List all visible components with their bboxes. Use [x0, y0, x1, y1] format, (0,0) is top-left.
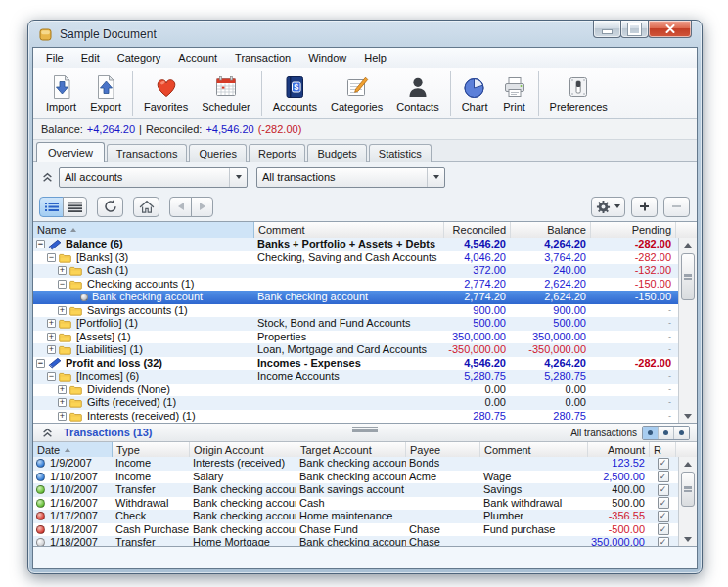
reconciled-checkbox[interactable]: ✓ [658, 511, 669, 522]
tree-scrollbar[interactable] [678, 238, 697, 423]
back-button[interactable] [169, 197, 192, 217]
close-button[interactable] [648, 21, 692, 38]
tree-row[interactable]: +Interests (received) (1)280.75280.75- [33, 410, 678, 424]
toolbar-import-button[interactable]: Import [39, 72, 83, 114]
reconciled-checkbox[interactable]: ✓ [658, 537, 669, 546]
toolbar-export-button[interactable]: Export [83, 72, 128, 114]
scroll-down-button[interactable] [679, 409, 697, 423]
remove-button[interactable] [663, 197, 690, 217]
tree-row[interactable]: −Checking accounts (1)2,774.202,624.20-1… [33, 278, 678, 292]
expander-plus-icon[interactable]: + [47, 345, 56, 354]
reconciled-checkbox[interactable]: ✓ [658, 471, 669, 482]
expander-plus-icon[interactable]: + [58, 398, 67, 407]
tree-row[interactable]: −Profit and loss (32)Incomes - Expenses4… [33, 357, 678, 371]
menu-item-edit[interactable]: Edit [72, 50, 109, 66]
scroll-up-button[interactable] [679, 457, 697, 471]
expander-plus-icon[interactable]: + [58, 306, 67, 315]
tree-header-name[interactable]: Name [33, 222, 254, 238]
tree-row[interactable]: +[Liabilities] (1)Loan, Mortgage and Car… [33, 343, 678, 357]
toolbar-preferences-button[interactable]: Preferences [543, 72, 614, 114]
transactions-header-amount[interactable]: Amount [588, 442, 650, 457]
tab-queries[interactable]: Queries [189, 144, 247, 162]
toolbar-favorites-button[interactable]: Favorites [137, 72, 195, 114]
expander-plus-icon[interactable]: + [47, 319, 56, 328]
menu-item-transaction[interactable]: Transaction [226, 50, 299, 66]
tree-view-button[interactable] [39, 197, 64, 217]
expander-minus-icon[interactable]: − [58, 280, 67, 289]
maximize-button[interactable] [620, 21, 649, 38]
expander-plus-icon[interactable]: + [58, 266, 67, 275]
menu-item-category[interactable]: Category [109, 50, 170, 66]
toolbar-contacts-button[interactable]: Contacts [389, 72, 445, 114]
add-button[interactable] [631, 197, 658, 217]
tree-row[interactable]: +[Portfolio] (1)Stock, Bond and Fund Acc… [33, 317, 678, 331]
expander-plus-icon[interactable]: + [58, 412, 67, 421]
reconciled-checkbox[interactable]: ✓ [658, 523, 669, 535]
tab-reports[interactable]: Reports [249, 144, 306, 162]
accounts-dropdown[interactable]: All accounts [59, 167, 248, 188]
home-button[interactable] [133, 197, 159, 217]
transactions-header-r[interactable]: R [650, 442, 676, 457]
tree-row[interactable]: +Savings accounts (1)900.00900.00- [33, 304, 678, 318]
transaction-row[interactable]: 1/16/2007WithdrawalBank checking account… [33, 497, 678, 511]
tree-row[interactable]: −[Banks] (3)Checking, Saving and Cash Ac… [33, 251, 678, 265]
tab-overview[interactable]: Overview [36, 142, 105, 162]
menu-item-file[interactable]: File [37, 50, 72, 66]
transactions-header-payee[interactable]: Payee [406, 442, 480, 457]
transaction-row[interactable]: 1/18/2007Cash PurchaseBank checking acco… [33, 523, 678, 537]
tree-header-reconciled[interactable]: Reconciled [444, 222, 511, 238]
expander-plus-icon[interactable]: + [47, 333, 56, 341]
toolbar-accounts-button[interactable]: $Accounts [266, 72, 324, 114]
scroll-down-button[interactable] [679, 532, 697, 546]
filter-all-button[interactable] [643, 427, 658, 439]
transactions-header-comment[interactable]: Comment [480, 442, 588, 457]
toolbar-scheduler-button[interactable]: Scheduler [195, 72, 257, 114]
tree-row[interactable]: +Cash (1)372.00240.00-132.00 [33, 264, 678, 278]
tree-header-balance[interactable]: Balance [511, 222, 591, 238]
reconciled-checkbox[interactable]: ✓ [658, 458, 669, 470]
tab-budgets[interactable]: Budgets [307, 144, 366, 162]
transaction-row[interactable]: 1/18/2007TransferHome MortgageBank check… [33, 536, 678, 546]
transactions-dropdown[interactable]: All transactions [256, 167, 445, 188]
menu-item-window[interactable]: Window [299, 50, 355, 66]
pane-splitter[interactable] [352, 427, 378, 429]
tree-row[interactable]: +Gifts (received) (1)0.000.00- [33, 396, 678, 410]
forward-button[interactable] [191, 197, 213, 217]
scroll-up-button[interactable] [679, 238, 697, 251]
toolbar-chart-button[interactable]: Chart [455, 72, 495, 114]
expander-plus-icon[interactable]: + [58, 385, 67, 394]
toolbar-categories-button[interactable]: Categories [324, 72, 389, 114]
transaction-row[interactable]: 1/9/2007IncomeInterests (received)Bank c… [33, 457, 678, 471]
transactions-scrollbar[interactable] [678, 457, 697, 546]
scrollbar-thumb[interactable] [681, 253, 695, 300]
expander-minus-icon[interactable]: − [47, 372, 56, 381]
tab-statistics[interactable]: Statistics [369, 144, 432, 162]
transaction-row[interactable]: 1/10/2007IncomeSalaryBank checking accou… [33, 471, 678, 484]
expander-minus-icon[interactable]: − [36, 359, 45, 368]
toolbar-print-button[interactable]: Print [495, 72, 534, 114]
transactions-header-type[interactable]: Type [113, 442, 190, 457]
tree-row[interactable]: −Balance (6)Banks + Portfolio + Assets +… [33, 238, 678, 251]
tree-row[interactable]: Bank checking accountBank checking accou… [33, 291, 678, 304]
menu-item-help[interactable]: Help [355, 50, 395, 66]
actions-menu-button[interactable] [591, 197, 625, 217]
tree-row[interactable]: −[Incomes] (6)Income Accounts5,280.755,2… [33, 370, 678, 384]
title-bar[interactable]: Sample Document [28, 21, 702, 47]
transactions-header-origin[interactable]: Origin Account [190, 442, 296, 457]
filter-pending-button[interactable] [673, 427, 689, 439]
scrollbar-thumb[interactable] [681, 472, 695, 507]
tab-transactions[interactable]: Transactions [107, 144, 188, 162]
transactions-header-date[interactable]: Date [33, 442, 113, 457]
tree-header-comment[interactable]: Comment [254, 222, 444, 238]
flat-view-button[interactable] [63, 197, 87, 217]
expander-minus-icon[interactable]: − [47, 253, 56, 262]
tree-row[interactable]: +Dividends (None)0.000.00- [33, 384, 678, 397]
minimize-button[interactable] [593, 21, 621, 38]
transaction-row[interactable]: 1/10/2007TransferBank checking accountBa… [33, 483, 678, 497]
expander-minus-icon[interactable]: − [36, 240, 45, 248]
collapse-transactions-button[interactable] [39, 425, 55, 440]
menu-item-account[interactable]: Account [169, 50, 226, 66]
filter-reconciled-button[interactable] [658, 427, 673, 439]
refresh-button[interactable] [97, 197, 123, 217]
reconciled-checkbox[interactable]: ✓ [658, 484, 669, 496]
